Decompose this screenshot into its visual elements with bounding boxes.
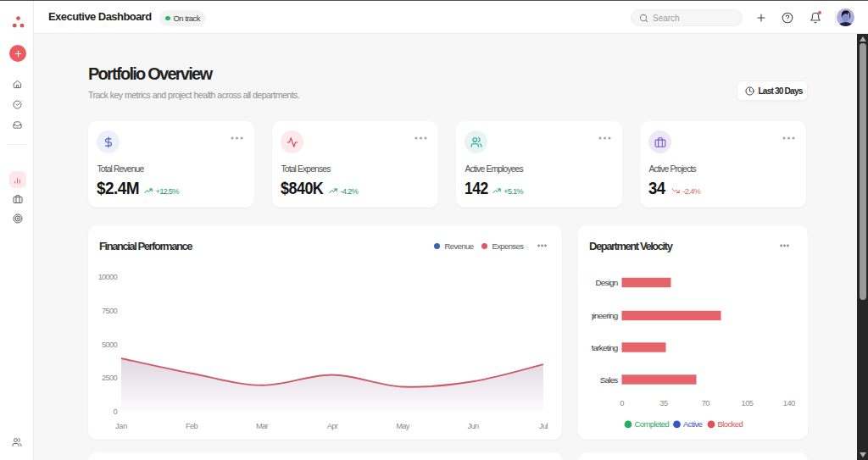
svg-text:Blocked: Blocked: [718, 419, 743, 429]
svg-text:Active: Active: [683, 419, 703, 429]
svg-text:2500: 2500: [102, 374, 117, 382]
svg-text:10000: 10000: [98, 273, 118, 281]
svg-text:Sales: Sales: [600, 375, 619, 385]
svg-text:Jun: Jun: [468, 422, 479, 430]
svg-text:140: 140: [783, 399, 795, 407]
svg-text:Marketing: Marketing: [587, 343, 618, 352]
svg-text:35: 35: [659, 399, 668, 407]
svg-text:0: 0: [620, 399, 624, 407]
svg-text:5000: 5000: [102, 341, 117, 349]
svg-text:May: May: [396, 422, 410, 430]
svg-text:7500: 7500: [102, 307, 117, 315]
svg-text:Jan: Jan: [115, 422, 127, 430]
svg-text:105: 105: [741, 399, 753, 407]
svg-text:Engineering: Engineering: [580, 311, 617, 320]
svg-text:Feb: Feb: [186, 422, 198, 430]
svg-text:Design: Design: [596, 278, 618, 287]
svg-text:Mar: Mar: [256, 422, 269, 430]
svg-text:Completed: Completed: [635, 419, 670, 429]
svg-text:0: 0: [114, 407, 118, 416]
svg-text:Jul: Jul: [539, 422, 548, 430]
svg-text:Apr: Apr: [327, 422, 338, 430]
svg-text:70: 70: [702, 399, 710, 407]
